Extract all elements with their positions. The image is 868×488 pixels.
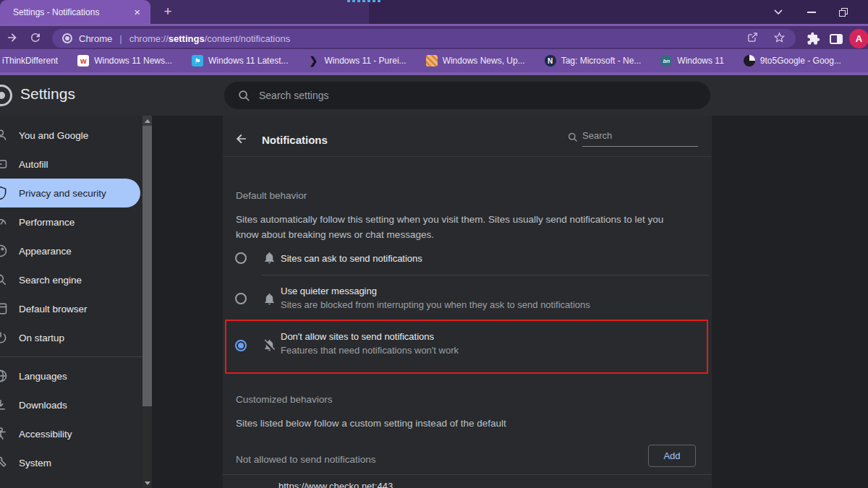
bookmark-item[interactable]: bn Windows 11 <box>660 55 723 67</box>
reload-icon[interactable] <box>29 31 42 44</box>
settings-header: Settings <box>0 75 868 116</box>
bookmark-favicon: N <box>545 55 556 67</box>
settings-sidebar: You and Google Autofill Privacy and secu… <box>0 116 142 488</box>
sidebar-item-search-engine[interactable]: Search engine <box>0 265 142 294</box>
sidebar-item-performance[interactable]: Performance <box>0 207 142 236</box>
sidebar-item-system[interactable]: System <box>0 448 142 477</box>
tab-close-icon[interactable]: × <box>132 7 142 17</box>
bookmark-favicon: bn <box>660 55 672 67</box>
sidebar-item-autofill[interactable]: Autofill <box>0 150 142 179</box>
settings-search-bar[interactable] <box>224 82 710 109</box>
url-host: settings <box>169 33 205 44</box>
browser-window-icon <box>0 301 8 316</box>
page-title: Notifications <box>262 134 328 146</box>
download-icon <box>0 398 8 412</box>
restore-button[interactable] <box>833 0 854 24</box>
sidebar-item-downloads[interactable]: Downloads <box>0 390 142 419</box>
forward-icon[interactable] <box>6 31 19 44</box>
page-search-input[interactable] <box>582 130 698 147</box>
bookmark-item[interactable]: ❯ Windows 11 - Purei... <box>307 55 406 67</box>
annotation-red-box: Don't allow sites to send notifications … <box>225 320 708 374</box>
omnibox-separator: | <box>119 33 122 44</box>
search-icon <box>567 132 578 142</box>
bookmark-star-icon[interactable] <box>773 31 786 46</box>
bookmark-item[interactable]: ⚑ Windows 11 Latest... <box>192 55 289 67</box>
bell-icon <box>263 251 276 265</box>
profile-avatar[interactable]: A <box>849 29 868 48</box>
bell-off-icon <box>263 338 276 352</box>
bookmark-item[interactable]: 9to5Google - Goog... <box>744 55 841 67</box>
vertical-scrollbar[interactable] <box>142 116 152 488</box>
sidebar-item-on-startup[interactable]: On startup <box>0 323 142 352</box>
bookmark-item[interactable]: Windows News, Up... <box>426 55 525 67</box>
tab-strip: Settings - Notifications × + <box>0 0 868 24</box>
bookmarks-bar: iThinkDifferent w Windows 11 News... ⚑ W… <box>0 49 868 72</box>
new-tab-button[interactable]: + <box>160 4 176 20</box>
blocked-site-url[interactable]: https://www.checko.net:443 <box>278 481 393 488</box>
not-allowed-label: Not allowed to send notifications <box>236 454 376 465</box>
autofill-icon <box>0 157 8 171</box>
url-scheme: chrome:// <box>129 33 169 44</box>
page-search-field[interactable] <box>567 130 699 147</box>
radio-unselected[interactable] <box>235 293 247 304</box>
search-engine-label: Chrome <box>79 33 112 44</box>
sidebar-item-languages[interactable]: Languages <box>0 361 142 390</box>
person-icon <box>0 128 8 142</box>
settings-search-input[interactable] <box>259 90 621 101</box>
option-divider <box>262 275 709 275</box>
notifications-panel: Notifications Default behavior Sites aut… <box>223 116 712 488</box>
minimize-button[interactable] <box>801 0 822 24</box>
bookmark-favicon <box>426 55 438 67</box>
url-path: /content/notifications <box>205 33 291 44</box>
customized-behaviors-description: Sites listed below follow a custom setti… <box>236 416 686 432</box>
chrome-settings-logo-icon <box>0 85 12 106</box>
back-arrow-icon[interactable] <box>234 132 249 146</box>
scrollbar-down-arrow[interactable] <box>142 478 152 488</box>
extensions-icon[interactable] <box>803 26 823 51</box>
radio-selected[interactable] <box>235 340 247 351</box>
radio-option-ask[interactable]: Sites can ask to send notifications <box>223 244 712 270</box>
bookmark-item[interactable]: w Windows 11 News... <box>77 55 172 67</box>
bookmark-favicon: w <box>77 55 89 67</box>
chrome-logo-icon <box>62 33 72 43</box>
bookmark-favicon <box>744 55 755 67</box>
radio-option-dont-allow[interactable]: Don't allow sites to send notifications … <box>226 321 707 372</box>
accessibility-icon <box>0 427 8 441</box>
share-icon[interactable] <box>746 31 759 46</box>
browser-tab[interactable]: Settings - Notifications × <box>0 0 150 24</box>
browser-window: Settings - Notifications × + Chrome | ch… <box>0 0 868 488</box>
wrench-icon <box>0 455 8 470</box>
tab-strip-shade <box>369 0 868 24</box>
default-behavior-description: Sites automatically follow this setting … <box>236 213 686 242</box>
default-behavior-heading: Default behavior <box>236 190 307 201</box>
add-button[interactable]: Add <box>648 445 696 467</box>
list-divider <box>223 474 712 475</box>
sidebar-item-default-browser[interactable]: Default browser <box>0 294 142 323</box>
bookmark-item[interactable]: N Tag: Microsoft - Ne... <box>545 55 642 67</box>
url-text: chrome://settings/content/notifications <box>129 33 739 44</box>
radio-unselected[interactable] <box>235 252 247 264</box>
browser-toolbar: Chrome | chrome://settings/content/notif… <box>0 24 868 49</box>
side-panel-icon[interactable] <box>826 26 846 51</box>
scrollbar-thumb[interactable] <box>142 126 152 406</box>
loading-indicator <box>347 0 382 2</box>
settings-app-title: Settings <box>20 85 75 103</box>
palette-icon <box>0 244 8 258</box>
header-divider <box>223 156 712 157</box>
address-bar[interactable]: Chrome | chrome://settings/content/notif… <box>52 29 796 48</box>
tab-search-chevron-icon[interactable] <box>768 0 788 24</box>
sidebar-item-accessibility[interactable]: Accessibility <box>0 419 142 448</box>
sidebar-item-privacy-and-security[interactable]: Privacy and security <box>0 179 140 207</box>
sidebar-item-appearance[interactable]: Appearance <box>0 236 142 265</box>
radio-option-quieter[interactable]: Use quieter messaging Sites are blocked … <box>223 281 712 320</box>
customized-behaviors-heading: Customized behaviors <box>236 394 333 405</box>
bookmark-item[interactable]: iThinkDifferent <box>2 56 58 66</box>
shield-icon <box>0 186 8 200</box>
bookmark-favicon: ⚑ <box>192 55 203 67</box>
scrollbar-up-arrow[interactable] <box>142 116 152 126</box>
sidebar-item-you-and-google[interactable]: You and Google <box>0 121 142 150</box>
bell-icon <box>263 292 276 306</box>
magnifier-icon <box>0 273 8 287</box>
tab-title: Settings - Notifications <box>13 7 132 17</box>
sidebar-divider <box>0 356 142 357</box>
